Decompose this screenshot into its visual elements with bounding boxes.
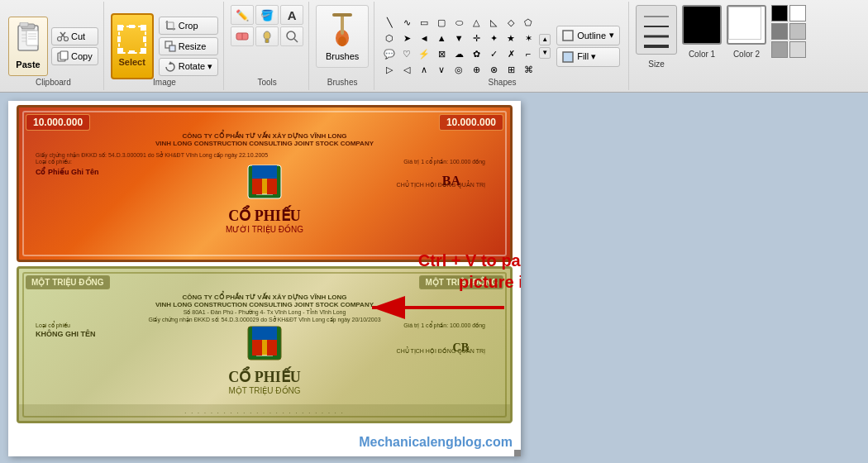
svg-rect-36 <box>265 39 269 43</box>
arrow-4way-shape[interactable]: ✛ <box>468 31 484 45</box>
fill-button[interactable]: 🪣 <box>255 5 279 25</box>
arrow-down-shape[interactable]: ▼ <box>451 31 467 45</box>
logo-area-2 <box>244 322 285 364</box>
more-shape6[interactable]: ⊕ <box>468 62 484 77</box>
canvas-corner-handle[interactable] <box>514 450 521 456</box>
x-shape[interactable]: ✗ <box>503 46 519 61</box>
canvas-bottom-handle[interactable] <box>8 451 521 456</box>
shapes-label: Shapes <box>489 74 517 87</box>
resize-label: Resize <box>179 41 207 51</box>
text-button[interactable]: A <box>280 5 303 25</box>
copy-button[interactable]: Copy <box>51 47 98 65</box>
tools-label: Tools <box>257 74 276 87</box>
rotate-icon <box>165 61 176 73</box>
outline-label: Outline <box>577 31 606 41</box>
color-picker-button[interactable] <box>255 26 279 46</box>
select-label: Select <box>118 57 145 67</box>
rounded-rect-shape[interactable]: ▢ <box>433 15 450 30</box>
more-shape3[interactable]: ∧ <box>416 62 432 77</box>
size-button[interactable] <box>636 5 677 55</box>
cert-detail-2c: CHỦ TỊCH HỘI ĐỒNG QUẢN TRỊ <box>397 348 485 355</box>
svg-rect-3 <box>20 22 28 26</box>
check-shape[interactable]: ✓ <box>485 46 502 61</box>
triangle-shape[interactable]: △ <box>468 15 484 30</box>
cert-detail-1b: Loại cổ phiếu: <box>36 159 72 165</box>
arrow-right-shape[interactable]: ➤ <box>398 31 415 45</box>
hexagon-shape[interactable]: ⬡ <box>381 31 398 45</box>
magnify-button[interactable] <box>280 26 303 46</box>
swatch-gray3[interactable] <box>771 41 788 58</box>
swatch-gray1[interactable] <box>771 23 788 40</box>
curve-shape[interactable]: ∿ <box>398 15 415 30</box>
rect-shape[interactable]: ▭ <box>416 15 432 30</box>
image-group: Select Crop Resize <box>106 2 224 90</box>
brushes-button[interactable]: Brushes <box>316 5 369 68</box>
color1-label: Color 1 <box>689 50 715 59</box>
shapes-scroll-up[interactable]: ▲ <box>539 34 551 45</box>
image-col: Crop Resize Rotate ▾ <box>159 17 218 76</box>
brushes-label: Brushes <box>326 51 359 61</box>
callout-shape[interactable]: 💬 <box>381 46 398 61</box>
resize-button[interactable]: Resize <box>159 37 218 55</box>
select-button[interactable]: Select <box>111 13 154 79</box>
heart-shape[interactable]: ♡ <box>398 46 415 61</box>
rotate-button[interactable]: Rotate ▾ <box>159 58 218 76</box>
outline-button[interactable]: Outline ▾ <box>556 26 620 45</box>
more-shape4[interactable]: ∨ <box>433 62 450 77</box>
color1-section: Color 1 <box>682 5 722 59</box>
right-triangle-shape[interactable]: ◺ <box>485 15 502 30</box>
svg-rect-20 <box>117 48 123 54</box>
cut-label: Cut <box>71 31 85 41</box>
fill-color-button[interactable]: Fill ▾ <box>556 47 620 67</box>
swatch-white[interactable] <box>789 5 806 21</box>
arrow-up-shape[interactable]: ▲ <box>433 31 450 45</box>
svg-point-41 <box>338 36 346 46</box>
paste-button[interactable]: Paste <box>8 17 48 76</box>
svg-rect-18 <box>117 25 123 31</box>
brushes-group-label: Brushes <box>327 74 358 87</box>
pentagon-shape[interactable]: ⬠ <box>520 15 537 30</box>
color1-button[interactable] <box>682 5 722 45</box>
canvas-area[interactable]: 10.000.000 10.000.000 CÔNG TY CỔ PHẦN TƯ… <box>0 93 868 463</box>
size-icon <box>641 10 672 50</box>
pencil-button[interactable]: ✏️ <box>231 5 254 25</box>
diamond-shape[interactable]: ◇ <box>503 15 519 30</box>
cut-button[interactable]: Cut <box>51 27 98 45</box>
swatch-gray4[interactable] <box>789 41 806 58</box>
paste-label: Paste <box>16 60 40 69</box>
swatch-black[interactable] <box>771 5 788 21</box>
rotate-label: Rotate ▾ <box>179 61 212 72</box>
company-logo-2 <box>244 322 285 364</box>
more-shape9[interactable]: ⌘ <box>520 62 537 77</box>
color-swatches <box>771 5 806 58</box>
tools-grid: ✏️ 🪣 A <box>231 5 303 68</box>
swatch-gray2[interactable] <box>789 23 806 40</box>
amount-tag-left-1: 10.000.000 <box>26 114 90 131</box>
bracket-shape[interactable]: ⌐ <box>520 46 537 61</box>
cylinder-shape[interactable]: ⊠ <box>433 46 450 61</box>
lightning-shape[interactable]: ⚡ <box>416 46 432 61</box>
canvas-right-handle[interactable] <box>516 101 521 456</box>
arrow-left-shape[interactable]: ◄ <box>416 31 432 45</box>
more-shape5[interactable]: ◎ <box>451 62 467 77</box>
shapes-scroll-down[interactable]: ▼ <box>539 47 551 59</box>
cut-icon <box>57 31 69 42</box>
toolbar: Paste Cut Copy Clipboard <box>0 0 868 93</box>
ellipse-shape[interactable]: ⬭ <box>451 15 467 30</box>
magnify-icon <box>285 30 298 43</box>
crop-button[interactable]: Crop <box>159 17 218 35</box>
star4-shape[interactable]: ✦ <box>485 31 502 45</box>
cloud-shape[interactable]: ☁ <box>451 46 467 61</box>
more-shape2[interactable]: ◁ <box>398 62 415 77</box>
star5-shape[interactable]: ★ <box>503 31 519 45</box>
flower-shape[interactable]: ✿ <box>468 46 484 61</box>
line-shape[interactable]: ╲ <box>381 15 398 30</box>
svg-rect-21 <box>141 48 146 54</box>
star6-shape[interactable]: ✶ <box>520 31 537 45</box>
brushes-icon <box>324 12 360 48</box>
eraser-button[interactable] <box>231 26 254 46</box>
more-shape1[interactable]: ▷ <box>381 62 398 77</box>
color2-button[interactable] <box>727 5 766 45</box>
outline-icon <box>562 30 574 41</box>
brushes-group: Brushes Brushes <box>311 2 374 90</box>
